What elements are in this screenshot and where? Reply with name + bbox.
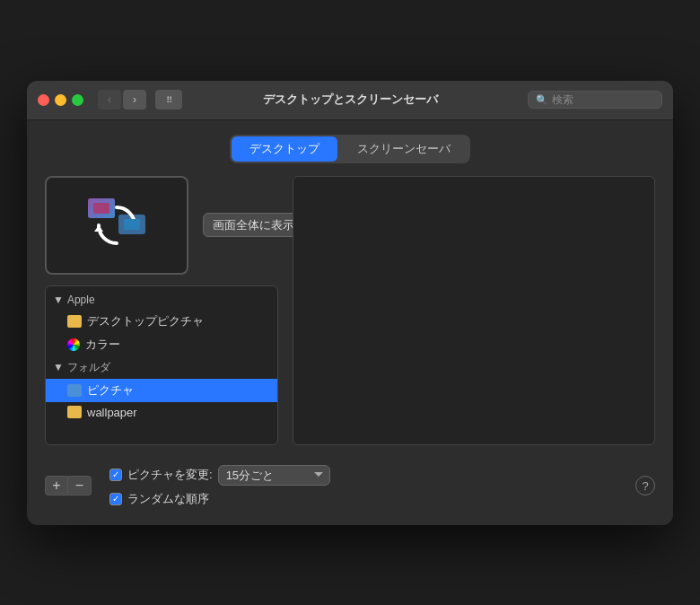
left-panel: 画面全体に表示 ウィンドウに合わせる 引き伸ばす 中央に表示 タイル状に表示 ▼ (45, 176, 278, 445)
remove-folder-button[interactable]: − (68, 476, 92, 495)
add-remove-buttons: + − (45, 476, 92, 495)
apple-label: Apple (67, 294, 95, 306)
minimize-button[interactable] (55, 94, 66, 106)
search-icon: 🔍 (536, 94, 548, 106)
random-order-row: ✓ ランダムな順序 (109, 491, 330, 507)
tabs-container: デスクトップ スクリーンセーバ (45, 135, 655, 163)
preview-box (45, 176, 188, 275)
folder-section-header[interactable]: ▼ ▼ フォルダ フォルダ (46, 356, 277, 379)
change-picture-checkbox[interactable]: ✓ (109, 469, 122, 481)
folder-icon-pictures (67, 384, 82, 397)
nav-buttons: ‹ › (98, 90, 146, 110)
svg-rect-7 (124, 219, 140, 230)
random-order-checkbox[interactable]: ✓ (109, 493, 122, 505)
window-title: デスクトップとスクリーンセーバ (263, 92, 438, 108)
image-grid-panel (293, 176, 655, 445)
folder-triangle-icon: ▼ (53, 361, 64, 373)
checkmark-icon: ✓ (112, 470, 119, 479)
change-picture-row: ✓ ピクチャを変更: 毎日 毎時間 30分ごと 15分ごと 5分ごと 1分ごと … (109, 465, 330, 486)
interval-select[interactable]: 毎日 毎時間 30分ごと 15分ごと 5分ごと 1分ごと ログイン時 スリープ解… (218, 465, 330, 486)
help-button[interactable]: ? (635, 476, 655, 495)
folder-list: ▼ ▼ Apple Apple デスクトップピクチャ カラー (46, 286, 277, 426)
back-button[interactable]: ‹ (98, 90, 121, 110)
folder-icon-desktop-pictures (67, 315, 82, 328)
forward-button[interactable]: › (123, 90, 146, 110)
desktop-pictures-label: デスクトップピクチャ (87, 313, 204, 329)
folder-icon-wallpaper (67, 406, 82, 418)
pictures-label: ピクチャ (87, 382, 134, 399)
preview-icon (81, 189, 153, 261)
traffic-lights (38, 94, 83, 106)
change-picture-label: ピクチャを変更: (127, 467, 213, 483)
preview-row: 画面全体に表示 ウィンドウに合わせる 引き伸ばす 中央に表示 タイル状に表示 (45, 176, 278, 275)
tab-screensaver[interactable]: スクリーンセーバ (339, 136, 468, 162)
main-window: ‹ › ⠿ デスクトップとスクリーンセーバ 🔍 デスクトップ スクリーンセーバ (27, 81, 673, 525)
maximize-button[interactable] (72, 94, 83, 106)
add-folder-button[interactable]: + (45, 476, 68, 495)
tab-desktop[interactable]: デスクトップ (232, 136, 337, 162)
checkmark-icon-2: ✓ (112, 495, 119, 504)
folder-item-desktop-pictures[interactable]: デスクトップピクチャ (46, 310, 277, 333)
content-area: デスクトップ スクリーンセーバ (27, 120, 673, 525)
folder-label: フォルダ (67, 360, 110, 375)
random-order-label: ランダムな順序 (127, 491, 209, 507)
tab-group: デスクトップ スクリーンセーバ (230, 135, 470, 163)
options-row: ✓ ピクチャを変更: 毎日 毎時間 30分ごと 15分ごと 5分ごと 1分ごと … (109, 465, 330, 507)
colors-label: カラー (85, 337, 120, 353)
colors-icon (67, 338, 80, 351)
apple-triangle-icon: ▼ (53, 294, 64, 306)
bottom-bar: + − ✓ ピクチャを変更: 毎日 毎時間 30分ごと 15分ごと 5分ごと 1… (45, 458, 655, 511)
main-area: 画面全体に表示 ウィンドウに合わせる 引き伸ばす 中央に表示 タイル状に表示 ▼ (45, 176, 655, 445)
folder-item-wallpaper[interactable]: wallpaper (46, 402, 277, 423)
apple-section-header[interactable]: ▼ ▼ Apple Apple (46, 290, 277, 310)
folder-item-colors[interactable]: カラー (46, 333, 277, 356)
close-button[interactable] (38, 94, 49, 106)
folder-list-container: ▼ ▼ Apple Apple デスクトップピクチャ カラー (45, 285, 278, 445)
search-box[interactable]: 🔍 (528, 91, 662, 109)
titlebar: ‹ › ⠿ デスクトップとスクリーンセーバ 🔍 (27, 81, 673, 120)
apps-grid-button[interactable]: ⠿ (155, 90, 182, 110)
search-input[interactable] (552, 93, 654, 106)
folder-item-pictures[interactable]: ピクチャ (46, 379, 277, 402)
svg-rect-6 (93, 203, 109, 214)
wallpaper-label: wallpaper (87, 406, 137, 419)
svg-marker-4 (94, 225, 103, 232)
